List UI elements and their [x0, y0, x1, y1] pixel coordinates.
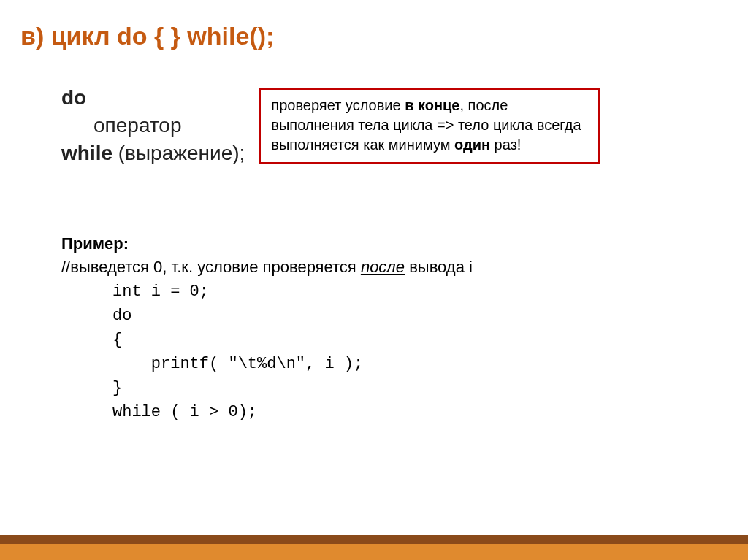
syntax-block: do оператор while (выражение); [61, 84, 245, 166]
example-description: //выведется 0, т.к. условие проверяется … [61, 256, 728, 278]
footer-bottom-stripe [0, 544, 748, 560]
example-desc-pre: //выведется 0, т.к. условие проверяется [61, 258, 361, 276]
syntax-while: while [61, 142, 112, 164]
callout-text-3: раз! [490, 137, 521, 153]
example-block: Пример: //выведется 0, т.к. условие пров… [20, 232, 728, 423]
footer-bar [0, 535, 748, 560]
example-desc-after: после [361, 258, 405, 276]
example-label: Пример: [61, 232, 728, 255]
slide-title: в) цикл do { } while(); [20, 22, 728, 50]
syntax-operator: оператор [94, 114, 182, 137]
syntax-do: do [61, 86, 86, 109]
callout-text-1: проверяет условие [271, 97, 405, 113]
callout-bold-1: в конце [405, 97, 459, 113]
footer-top-stripe [0, 535, 748, 544]
callout-bold-2: один [454, 137, 490, 153]
example-desc-post: вывода i [405, 258, 473, 276]
slide: в) цикл do { } while(); do оператор whil… [0, 0, 748, 560]
example-code: int i = 0; do { рrintf( "\t%d\n", i ); }… [112, 280, 728, 424]
content-row: do оператор while (выражение); проверяет… [20, 84, 728, 166]
syntax-expression: (выражение); [118, 142, 245, 164]
callout-box: проверяет условие в конце, после выполне… [259, 88, 600, 164]
